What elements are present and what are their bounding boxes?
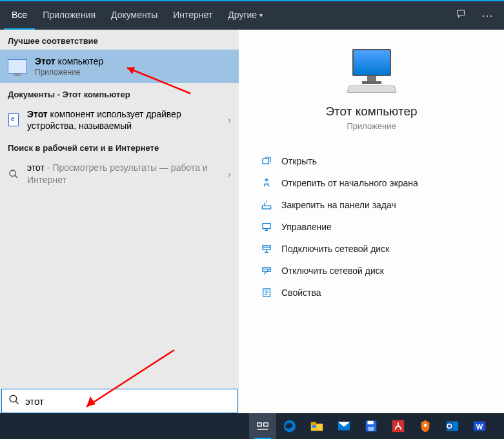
svg-point-7 xyxy=(10,395,17,402)
brave-icon[interactable] xyxy=(412,413,439,439)
result-document-item[interactable]: Этот компонент использует драйвер устрой… xyxy=(0,103,239,137)
result-web-item[interactable]: этот - Просмотреть результаты — работа и… xyxy=(0,157,239,190)
preview-title: Этот компьютер xyxy=(258,104,485,119)
properties-icon xyxy=(261,287,272,298)
document-icon xyxy=(8,114,19,126)
tab-bar: Все Приложения Документы Интернет Другие… xyxy=(0,0,504,30)
search-bar[interactable] xyxy=(1,389,237,413)
unpin-icon xyxy=(261,177,272,189)
action-properties[interactable]: Свойства xyxy=(258,282,485,304)
action-manage[interactable]: Управление xyxy=(258,216,485,238)
svg-rect-1 xyxy=(263,159,268,164)
svg-rect-13 xyxy=(312,425,316,428)
mail-icon[interactable] xyxy=(330,413,358,439)
pin-taskbar-icon xyxy=(261,199,272,211)
manage-icon xyxy=(261,221,272,233)
preview-panel: Этот компьютер Приложение Открыть Откреп… xyxy=(239,30,504,413)
action-map-drive[interactable]: Подключить сетевой диск xyxy=(258,238,485,260)
chevron-down-icon: ▾ xyxy=(259,12,263,19)
action-open[interactable]: Открыть xyxy=(258,150,485,172)
save-icon[interactable] xyxy=(358,413,385,439)
action-unpin-start[interactable]: Открепить от начального экрана xyxy=(258,172,485,194)
svg-rect-2 xyxy=(262,206,270,209)
section-header-web: Поиск в рабочей сети и в Интернете xyxy=(0,137,239,157)
svg-rect-5 xyxy=(263,268,270,272)
tab-all[interactable]: Все xyxy=(4,1,35,30)
taskbar: W xyxy=(0,413,504,439)
search-icon xyxy=(8,168,19,180)
svg-point-0 xyxy=(10,170,15,176)
word-icon[interactable]: W xyxy=(466,413,493,439)
tab-docs[interactable]: Документы xyxy=(103,1,165,30)
search-input[interactable] xyxy=(25,396,230,407)
doc-item-text: Этот компонент использует драйвер устрой… xyxy=(27,108,220,132)
action-unmap-drive[interactable]: Отключить сетевой диск xyxy=(258,260,485,282)
outlook-icon[interactable] xyxy=(439,413,466,439)
open-icon xyxy=(261,155,272,167)
unmap-drive-icon xyxy=(261,265,272,277)
svg-rect-16 xyxy=(368,421,374,425)
tab-web[interactable]: Интернет xyxy=(165,1,220,30)
tab-more[interactable]: Другие▾ xyxy=(220,1,270,30)
chevron-right-icon: › xyxy=(228,115,231,125)
svg-rect-3 xyxy=(263,224,270,229)
section-header-documents: Документы - Этот компьютер xyxy=(0,83,239,103)
svg-text:W: W xyxy=(476,423,483,431)
preview-subtitle: Приложение xyxy=(258,121,485,131)
computer-icon xyxy=(8,59,27,73)
best-title: Этот компьютер xyxy=(35,56,103,66)
feedback-icon[interactable] xyxy=(449,8,474,23)
result-best-this-pc[interactable]: Этот компьютер Приложение xyxy=(0,50,239,83)
computer-icon-large xyxy=(343,49,401,94)
svg-rect-8 xyxy=(257,423,262,426)
chevron-right-icon: › xyxy=(228,169,231,179)
section-header-best: Лучшее соответствие xyxy=(0,30,239,50)
acrobat-icon[interactable] xyxy=(385,413,412,439)
svg-rect-9 xyxy=(264,423,268,426)
action-pin-taskbar[interactable]: Закрепить на панели задач xyxy=(258,194,485,216)
edge-icon[interactable] xyxy=(276,413,303,439)
more-options-icon[interactable]: ⋯ xyxy=(474,8,500,23)
results-panel: Лучшее соответствие Этот компьютер Прило… xyxy=(0,30,239,413)
tab-apps[interactable]: Приложения xyxy=(35,1,103,30)
svg-rect-17 xyxy=(368,427,374,431)
taskview-icon[interactable] xyxy=(249,413,276,439)
search-icon xyxy=(8,394,20,409)
explorer-icon[interactable] xyxy=(303,413,330,439)
svg-rect-12 xyxy=(311,422,316,425)
map-drive-icon xyxy=(261,243,272,255)
best-subtitle: Приложение xyxy=(35,68,103,77)
svg-rect-4 xyxy=(263,246,270,250)
web-item-text: этот - Просмотреть результаты — работа и… xyxy=(27,162,220,185)
